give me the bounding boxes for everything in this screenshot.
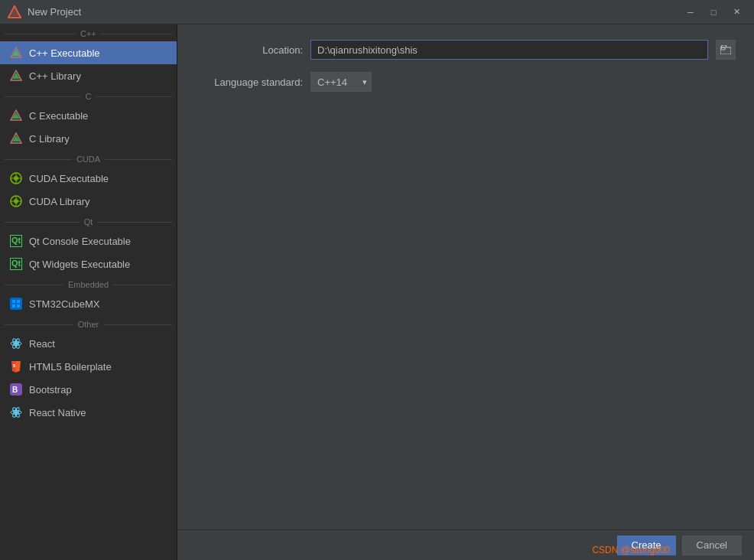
cuda-icon (9, 194, 23, 208)
sidebar-label: HTML5 Boilerplate (29, 361, 112, 373)
sidebar-label: Bootstrap (29, 384, 72, 396)
sidebar-label: React Native (29, 407, 86, 418)
window-title: New Project (28, 6, 681, 18)
app-icon (8, 5, 21, 19)
content-area: Location: Language standard: C++11 C++14… (177, 24, 754, 560)
maximize-button[interactable]: □ (704, 5, 723, 20)
sidebar-item-c-library[interactable]: C Library (0, 127, 177, 150)
location-input[interactable] (310, 40, 708, 60)
stm32-icon (9, 297, 23, 311)
svg-rect-25 (12, 304, 15, 308)
cmake-icon (9, 46, 23, 60)
section-c: C (0, 87, 177, 104)
sidebar-label: Qt Console Executable (29, 236, 131, 247)
section-qt: Qt (0, 213, 177, 230)
svg-text:B: B (12, 386, 18, 394)
section-embedded: Embedded (0, 275, 177, 292)
sidebar-label: Qt Widgets Executable (29, 259, 130, 270)
sidebar-label: C++ Library (29, 70, 81, 82)
sidebar-item-stm32[interactable]: STM32CubeMX (0, 292, 177, 315)
create-button[interactable]: Create (617, 536, 676, 555)
sidebar-item-cpp-library[interactable]: C++ Library (0, 64, 177, 87)
section-cpp: C++ (0, 24, 177, 41)
cmake-c-icon (9, 109, 23, 122)
sidebar-label: C++ Executable (29, 47, 100, 59)
sidebar-label: STM32CubeMX (29, 298, 99, 310)
cmake-icon (9, 69, 23, 83)
sidebar: C++ C++ Executable C++ Library (0, 24, 177, 560)
location-label: Location: (196, 44, 303, 56)
language-select-wrapper: C++11 C++14 C++17 C++20 (310, 72, 372, 92)
main-layout: C++ C++ Executable C++ Library (0, 24, 754, 560)
section-cuda: CUDA (0, 150, 177, 167)
svg-rect-22 (10, 298, 22, 310)
browse-button[interactable] (716, 40, 736, 60)
sidebar-label: React (29, 338, 55, 350)
language-label: Language standard: (196, 77, 303, 88)
sidebar-item-cuda-executable[interactable]: CUDA Executable (0, 167, 177, 190)
qt-icon: Qt (9, 234, 23, 248)
sidebar-item-cpp-executable[interactable]: C++ Executable (0, 41, 177, 64)
qt-icon: Qt (9, 257, 23, 271)
sidebar-item-qt-console[interactable]: Qt Qt Console Executable (0, 230, 177, 252)
window-controls: ─ □ ✕ (681, 5, 746, 20)
close-button[interactable]: ✕ (726, 5, 746, 20)
bottom-bar: CSDN @sitong000 Create Cancel (177, 529, 754, 560)
cancel-button[interactable]: Cancel (682, 536, 742, 555)
react-native-icon (9, 405, 23, 419)
sidebar-item-c-executable[interactable]: C Executable (0, 104, 177, 127)
section-other: Other (0, 315, 177, 332)
sidebar-label: CUDA Library (29, 196, 89, 207)
svg-rect-23 (12, 300, 15, 303)
location-row: Location: (196, 40, 736, 60)
svg-rect-24 (17, 300, 20, 303)
sidebar-label: C Executable (29, 110, 88, 122)
html5-icon: 5 (9, 360, 23, 373)
svg-point-27 (15, 342, 18, 345)
titlebar: New Project ─ □ ✕ (0, 0, 754, 24)
cmake-c-icon (9, 132, 23, 145)
sidebar-item-html5[interactable]: 5 HTML5 Boilerplate (0, 355, 177, 378)
language-row: Language standard: C++11 C++14 C++17 C++… (196, 72, 736, 92)
bootstrap-icon: B (9, 383, 23, 396)
sidebar-item-react-native[interactable]: React Native (0, 401, 177, 424)
language-select[interactable]: C++11 C++14 C++17 C++20 (310, 72, 372, 92)
svg-rect-40 (720, 47, 731, 54)
minimize-button[interactable]: ─ (681, 5, 700, 20)
sidebar-item-qt-widgets[interactable]: Qt Qt Widgets Executable (0, 252, 177, 275)
svg-point-36 (15, 411, 18, 414)
cuda-icon (9, 171, 23, 185)
react-icon (9, 337, 23, 350)
sidebar-label: C Library (29, 133, 70, 145)
sidebar-label: CUDA Executable (29, 173, 109, 184)
sidebar-item-bootstrap[interactable]: B Bootstrap (0, 378, 177, 401)
sidebar-item-cuda-library[interactable]: CUDA Library (0, 190, 177, 213)
sidebar-item-react[interactable]: React (0, 332, 177, 355)
svg-rect-26 (17, 304, 20, 308)
